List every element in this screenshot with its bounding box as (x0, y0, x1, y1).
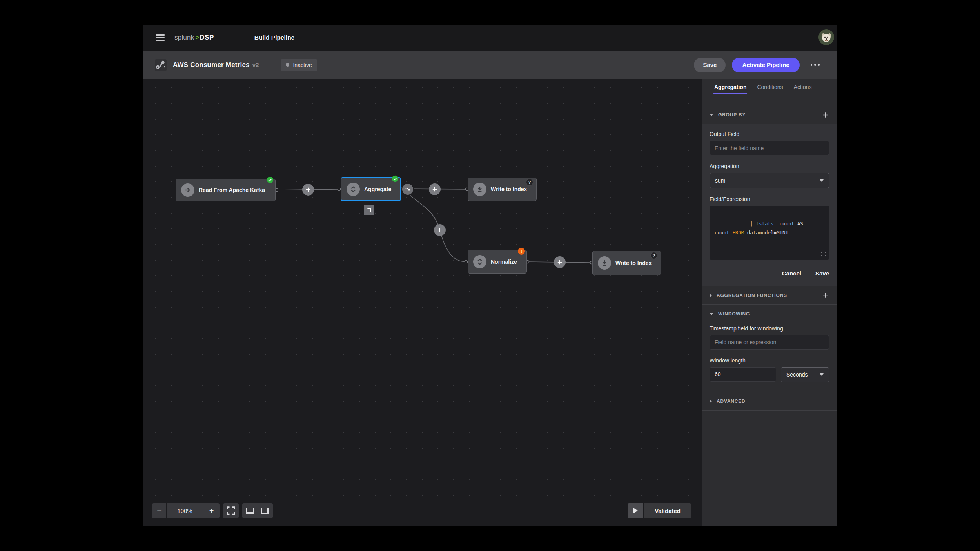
avatar-dog-image (818, 29, 834, 45)
divider (702, 410, 837, 411)
field-expression-editor[interactable]: | tstats count AS count FROM datamodel=M… (710, 206, 829, 260)
group-by-header[interactable]: GROUP BY (702, 106, 837, 124)
node-read-from-apache-kafka[interactable]: Read From Apache Kafka (176, 179, 276, 201)
node-aggregate[interactable]: Aggregate (341, 177, 401, 201)
pipeline-edges (143, 79, 702, 526)
run-validation-button[interactable] (628, 503, 643, 518)
chevron-down-icon (820, 373, 824, 376)
plus-icon (305, 186, 312, 193)
pipeline-header: AWS Consumer Metrics v2 Inactive Save Ac… (143, 51, 837, 79)
node-label: Write to Index (491, 186, 527, 192)
node-label: Write to Index (615, 260, 652, 266)
pipeline-version: v2 (252, 62, 259, 68)
validation-status: Validated (644, 503, 691, 518)
zoom-level: 100% (167, 503, 203, 518)
bottom-panel-icon (246, 508, 254, 514)
cancel-button[interactable]: Cancel (782, 270, 801, 277)
windowing-header[interactable]: WINDOWING (702, 305, 837, 323)
plus-icon (431, 186, 438, 193)
pipeline-icon (155, 59, 167, 71)
chevron-down-icon (820, 179, 824, 182)
delete-node-button[interactable] (364, 205, 374, 215)
write-index-icon (473, 183, 486, 196)
write-index-icon (598, 256, 611, 270)
windowing-title: WINDOWING (718, 311, 829, 317)
status-text: Inactive (293, 62, 312, 68)
branch-icon (404, 186, 411, 193)
node-write-to-index-2[interactable]: Write to Index? (592, 251, 661, 275)
topbar-divider (238, 25, 238, 51)
top-bar: splunk > DSP Build Pipeline (143, 25, 837, 51)
play-icon (633, 508, 638, 513)
advanced-title: ADVANCED (717, 399, 829, 404)
timestamp-field-input[interactable] (710, 335, 829, 350)
node-write-to-index-1[interactable]: Write to Index? (468, 178, 537, 201)
timestamp-field-label: Timestamp field for windowing (710, 325, 829, 332)
aggregation-functions-header[interactable]: AGGREGATION FUNCTIONS (702, 286, 837, 304)
zoom-out-button[interactable]: − (152, 503, 166, 518)
group-by-form: Output Field Aggregation sum Field/Expre… (702, 124, 837, 286)
window-length-row: Seconds (710, 367, 829, 382)
status-badge: Inactive (281, 59, 317, 71)
node-label: Read From Apache Kafka (199, 187, 265, 193)
logo-chevron: > (195, 34, 199, 42)
source-arrow-icon (181, 183, 194, 197)
window-length-input[interactable] (710, 367, 776, 382)
add-function-button-3[interactable] (434, 224, 446, 236)
add-function-button-4[interactable] (554, 256, 566, 268)
activate-pipeline-button[interactable]: Activate Pipeline (732, 58, 799, 72)
chevron-right-icon (710, 399, 712, 403)
user-avatar[interactable] (818, 29, 834, 45)
advanced-header[interactable]: ADVANCED (702, 392, 837, 410)
add-group-by-button[interactable] (822, 111, 829, 119)
add-function-button-1[interactable] (302, 184, 314, 196)
window-unit-select[interactable]: Seconds (781, 367, 829, 382)
pipeline-name: AWS Consumer Metrics (173, 61, 250, 69)
panel-tabs: Aggregation Conditions Actions (702, 79, 837, 94)
tab-conditions[interactable]: Conditions (757, 79, 783, 94)
pipeline-canvas[interactable]: − 100% + (143, 79, 702, 526)
aggregation-select-value: sum (715, 178, 725, 184)
expand-editor-icon[interactable] (821, 252, 826, 256)
plus-icon (556, 259, 563, 266)
add-aggregation-function-button[interactable] (822, 292, 829, 299)
windowing-form: Timestamp field for windowing Window len… (702, 323, 837, 392)
aggregate-icon (473, 255, 486, 268)
chevron-down-icon (710, 313, 713, 315)
status-dot-icon (286, 63, 289, 67)
screen-background: splunk > DSP Build Pipeline (0, 0, 980, 551)
fit-screen-icon (225, 505, 236, 516)
node-normalize[interactable]: Normalize! (468, 250, 527, 274)
node-label: Aggregate (364, 186, 391, 192)
tab-actions[interactable]: Actions (794, 79, 812, 94)
output-field-input[interactable] (710, 141, 829, 155)
plus-icon (822, 292, 829, 299)
group-by-title: GROUP BY (718, 112, 822, 118)
canvas-toolbar: − 100% + (152, 503, 273, 518)
toggle-right-panel-button[interactable] (258, 503, 273, 518)
tab-aggregation[interactable]: Aggregation (714, 79, 746, 94)
aggregation-functions-title: AGGREGATION FUNCTIONS (717, 293, 822, 298)
valid-check-badge (267, 176, 274, 183)
aggregation-label: Aggregation (710, 163, 829, 169)
plus-icon (822, 111, 829, 119)
node-label: Normalize (491, 259, 517, 265)
fit-to-screen-button[interactable] (223, 503, 239, 518)
group-by-buttons: Cancel Save (710, 270, 829, 277)
trash-icon (366, 207, 372, 213)
toggle-bottom-panel-button[interactable] (242, 503, 258, 518)
splunk-dsp-logo[interactable]: splunk > DSP (174, 34, 214, 42)
hamburger-menu-icon[interactable] (156, 34, 165, 41)
warning-badge: ! (518, 248, 525, 255)
app-window: splunk > DSP Build Pipeline (143, 25, 837, 526)
zoom-in-button[interactable]: + (203, 503, 220, 518)
add-function-button-2[interactable] (429, 183, 441, 195)
logo-splunk-text: splunk (174, 34, 194, 42)
save-button[interactable]: Save (694, 58, 726, 72)
more-options-icon[interactable] (810, 62, 821, 68)
group-by-save-button[interactable]: Save (815, 270, 829, 277)
branch-output-button[interactable] (401, 183, 414, 196)
help-badge: ? (526, 179, 533, 186)
page-title: Build Pipeline (254, 34, 294, 41)
aggregation-select[interactable]: sum (710, 173, 829, 188)
